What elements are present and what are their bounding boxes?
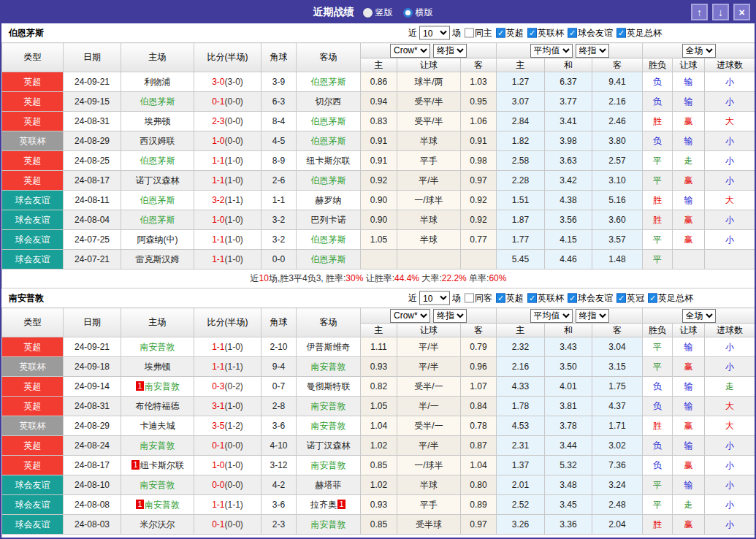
avg-home: 1.27 bbox=[497, 72, 545, 92]
avg-draw: 3.63 bbox=[545, 151, 592, 171]
avg-draw: 3.77 bbox=[545, 92, 592, 112]
checkbox-icon[interactable] bbox=[465, 28, 474, 38]
checkbox-icon[interactable]: ✓ bbox=[616, 28, 626, 38]
odds-source-select[interactable]: Crow* bbox=[390, 44, 430, 58]
team-text: 伯恩茅斯 bbox=[140, 96, 175, 107]
recent-label: 近 bbox=[408, 27, 417, 39]
odds-handicap: 半球 bbox=[397, 210, 461, 230]
league-type-badge: 英联杯 bbox=[2, 131, 63, 150]
scroll-down-button[interactable]: ↓ bbox=[712, 4, 729, 20]
avg-draw: 3.50 bbox=[545, 357, 592, 377]
full-score: 0-0 bbox=[212, 480, 224, 490]
league-filter[interactable]: ✓英足总杯 bbox=[616, 27, 662, 39]
avg-draw: 3.41 bbox=[545, 112, 592, 131]
team-text: 南安普敦 bbox=[311, 519, 346, 530]
match-count-select[interactable]: 10 bbox=[419, 291, 450, 305]
average-time-select[interactable]: 终指 bbox=[576, 44, 609, 58]
checkbox-icon[interactable]: ✓ bbox=[527, 28, 537, 38]
average-source-select[interactable]: 平均值 bbox=[530, 309, 573, 323]
odds-handicap: 一/球半 bbox=[397, 456, 461, 475]
league-type-badge: 球会友谊 bbox=[2, 515, 63, 534]
summary-segment: 10 bbox=[259, 273, 269, 283]
layout-radio-vertical[interactable]: 竖版 bbox=[363, 7, 393, 19]
checkbox-icon[interactable]: ✓ bbox=[496, 28, 505, 38]
avg-draw: 3.56 bbox=[545, 210, 592, 230]
summary-segment: 场,胜3平4负3, 胜率: bbox=[269, 273, 345, 283]
odds-handicap: 半/一 bbox=[397, 397, 461, 416]
result-handicap: 输 bbox=[673, 92, 705, 112]
result-winlose: 胜 bbox=[643, 191, 673, 210]
average-source-select[interactable]: 平均值 bbox=[530, 44, 573, 58]
full-score: 3-1 bbox=[212, 401, 224, 411]
avg-away: 3.04 bbox=[592, 337, 643, 357]
home-team: 卡迪夫城 bbox=[121, 416, 194, 436]
result-handicap: 输 bbox=[673, 397, 705, 416]
recent-results-panel: 近期战绩 竖版 横版 ↑ ↓ × 伯恩茅斯 近 10 场 bbox=[0, 0, 756, 539]
league-type-badge: 球会友谊 bbox=[2, 210, 63, 229]
checkbox-icon[interactable]: ✓ bbox=[616, 294, 626, 303]
checkbox-icon[interactable] bbox=[465, 294, 474, 303]
league-filter[interactable]: ✓英联杯 bbox=[527, 27, 564, 39]
league-filter[interactable]: ✓英足总杯 bbox=[648, 292, 693, 305]
match-date: 24-09-14 bbox=[64, 377, 121, 397]
league-filter[interactable]: ✓英超 bbox=[496, 292, 524, 305]
same-venue-filter[interactable]: 同客 bbox=[465, 292, 492, 305]
checkbox-icon[interactable]: ✓ bbox=[568, 294, 577, 303]
league-type-badge: 英超 bbox=[2, 171, 63, 190]
odds-handicap: 球半/两 bbox=[397, 72, 461, 92]
result-handicap: 赢 bbox=[673, 210, 705, 230]
match-date: 24-08-17 bbox=[64, 171, 121, 191]
titlebar: 近期战绩 竖版 横版 ↑ ↓ × bbox=[1, 1, 755, 23]
summary-segment: 近 bbox=[251, 273, 259, 283]
result-winlose: 负 bbox=[643, 456, 673, 475]
odds-handicap: 半球 bbox=[397, 230, 461, 250]
average-time-select[interactable]: 终指 bbox=[576, 309, 609, 323]
radio-icon[interactable] bbox=[403, 8, 413, 18]
radio-label: 竖版 bbox=[375, 7, 393, 19]
league-type-badge: 球会友谊 bbox=[2, 191, 63, 210]
away-team: 拉齐奥1 bbox=[297, 495, 361, 515]
team-text: 诺丁汉森林 bbox=[136, 175, 180, 186]
table-row: 英联杯 24-08-29 卡迪夫城 3-5(1-2) 3-6 南安普敦 1.04… bbox=[2, 416, 755, 436]
team-text: 南安普敦 bbox=[311, 401, 346, 411]
scope-select[interactable]: 全场 bbox=[682, 309, 716, 323]
team-text: 埃弗顿 bbox=[145, 116, 171, 126]
league-filter[interactable]: ✓英超 bbox=[496, 27, 524, 39]
league-filter[interactable]: ✓英联杯 bbox=[527, 292, 564, 305]
odds-time-select[interactable]: 终指 bbox=[433, 44, 467, 58]
scroll-up-button[interactable]: ↑ bbox=[691, 4, 708, 20]
scope-select[interactable]: 全场 bbox=[682, 44, 716, 58]
checkbox-icon[interactable]: ✓ bbox=[496, 294, 505, 303]
away-team: 南安普敦 bbox=[297, 515, 361, 535]
league-filter[interactable]: ✓英冠 bbox=[616, 292, 644, 305]
checkbox-icon[interactable]: ✓ bbox=[527, 294, 537, 303]
odds-source-select[interactable]: Crow* bbox=[390, 309, 430, 323]
checkbox-icon[interactable]: ✓ bbox=[648, 294, 657, 303]
layout-radio-horizontal[interactable]: 横版 bbox=[403, 7, 433, 19]
odds-time-select[interactable]: 终指 bbox=[433, 309, 467, 323]
radio-icon[interactable] bbox=[363, 8, 373, 18]
avg-away: 1.75 bbox=[592, 377, 643, 397]
league-filter[interactable]: ✓球会友谊 bbox=[568, 27, 613, 39]
team-text: 伯恩茅斯 bbox=[311, 136, 346, 146]
result-goals: 小 bbox=[705, 131, 755, 151]
summary-segment: 让胜率: bbox=[363, 273, 394, 283]
avg-home: 1.87 bbox=[497, 210, 545, 230]
result-winlose: 负 bbox=[643, 397, 673, 416]
match-date: 24-08-04 bbox=[64, 210, 121, 230]
avg-draw: 3.81 bbox=[545, 397, 592, 416]
close-button[interactable]: × bbox=[733, 4, 750, 20]
match-count-select[interactable]: 10 bbox=[419, 26, 450, 40]
result-handicap: 走 bbox=[673, 151, 705, 171]
avg-draw: 4.01 bbox=[545, 377, 592, 397]
sub-column-header: 客 bbox=[592, 324, 643, 337]
odds-home: 1.05 bbox=[361, 397, 397, 416]
table-row: 球会友谊 24-08-10 南安普敦 0-0(0-0) 4-2 赫塔菲 1.02… bbox=[2, 475, 755, 495]
home-team: 伯恩茅斯 bbox=[121, 191, 194, 210]
full-score: 1-0 bbox=[212, 136, 224, 146]
league-filter[interactable]: ✓球会友谊 bbox=[568, 292, 613, 305]
same-venue-filter[interactable]: 同主 bbox=[465, 27, 492, 39]
checkbox-icon[interactable]: ✓ bbox=[568, 28, 577, 38]
odds-away: 0.98 bbox=[461, 151, 497, 171]
avg-draw: 3.44 bbox=[545, 436, 592, 456]
